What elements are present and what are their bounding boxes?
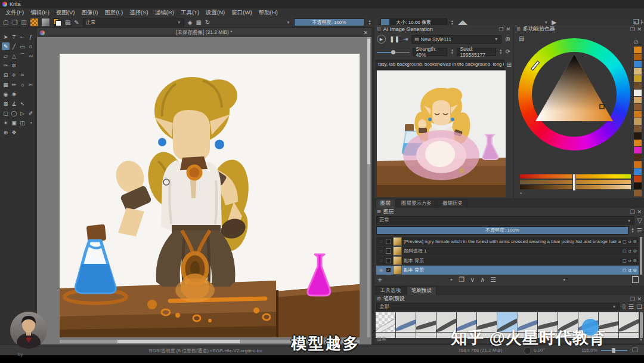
- history-swatch-3[interactable]: [634, 68, 642, 75]
- presets-float-icon[interactable]: ❐: [630, 296, 634, 302]
- layer-row-3[interactable]: ◉✓副本 背景◻α⊛: [376, 266, 639, 275]
- polygon-tool-icon[interactable]: ▱: [2, 52, 10, 60]
- bezier-curve-tool-icon[interactable]: ⌒: [18, 52, 26, 60]
- transform-tool-icon[interactable]: ⊡: [2, 71, 10, 79]
- blend-mode-dropdown[interactable]: 正常▼: [83, 19, 184, 26]
- opacity-slider[interactable]: 不透明度: 100%: [294, 19, 364, 26]
- reference-images-tool-icon[interactable]: ➴: [18, 100, 26, 107]
- move-layer-down-button[interactable]: ∨: [470, 276, 475, 283]
- canvas-hscrollbar-thumb[interactable]: [117, 340, 240, 343]
- layer-properties-button[interactable]: ☰: [490, 276, 496, 283]
- layer-list-options-icon[interactable]: ☰: [637, 227, 642, 233]
- measure-tool-icon[interactable]: ∡: [10, 100, 18, 107]
- generate-button[interactable]: ▶: [377, 35, 386, 44]
- open-document-icon[interactable]: ❐: [12, 19, 17, 26]
- pattern-tool-icon[interactable]: ☼: [18, 81, 26, 88]
- tab-layer-scheme[interactable]: 图层显示方案: [397, 199, 436, 208]
- layer-alpha-icon[interactable]: α: [628, 267, 631, 273]
- history-swatch-18[interactable]: [634, 176, 642, 182]
- size-spinner[interactable]: ▲▼: [451, 20, 454, 26]
- brush-preset-2[interactable]: [416, 312, 436, 332]
- canvas-close-icon[interactable]: ✕: [363, 30, 368, 36]
- freehand-select-tool-icon[interactable]: ✐: [27, 109, 35, 117]
- layer-properties-icon[interactable]: ⊛: [633, 258, 637, 263]
- color-float-icon[interactable]: ❐: [630, 26, 634, 32]
- preset-tag-dropdown[interactable]: 全部▼: [376, 303, 620, 310]
- prompt-input[interactable]: tasy, lab background, bookshelves in the…: [376, 60, 504, 70]
- text-tool-icon[interactable]: T: [10, 33, 18, 41]
- tab-layers[interactable]: 图层: [376, 199, 395, 208]
- layer-opacity-slider[interactable]: 不透明度: 100%: [376, 226, 628, 235]
- layer-lock-icon[interactable]: ◻: [623, 267, 627, 273]
- layer-alpha-icon[interactable]: α: [628, 239, 631, 244]
- brush-preset-r2-12[interactable]: [619, 333, 639, 338]
- add-prompt-icon[interactable]: ⊞: [507, 62, 512, 68]
- pause-button[interactable]: ❚❚: [389, 36, 400, 42]
- preset-list-icon[interactable]: ☰: [628, 304, 634, 310]
- ellipse-select-tool-icon[interactable]: ◯: [10, 109, 18, 117]
- pattern-chip[interactable]: [30, 19, 38, 26]
- menu-文件F[interactable]: 文件(F): [2, 8, 27, 17]
- history-swatch-1[interactable]: [634, 54, 642, 60]
- freehand-brush-tool-icon[interactable]: ✎: [2, 42, 10, 50]
- no-color-icon[interactable]: ∅: [634, 40, 639, 45]
- layers-close-icon[interactable]: ✕: [637, 209, 642, 215]
- randomize-seed-icon[interactable]: ⟳: [506, 49, 510, 55]
- menu-图层L[interactable]: 图层(L): [101, 8, 126, 17]
- style-dropdown[interactable]: ▤ New Style111▼: [411, 35, 501, 44]
- canvas[interactable]: [60, 54, 360, 337]
- menu-编辑E[interactable]: 编辑(E): [27, 8, 52, 17]
- brush-preset-1[interactable]: [396, 312, 416, 332]
- layer-row-0[interactable]: ◌[Preview] ngry female witch in the fore…: [376, 237, 639, 246]
- tab-undo-history[interactable]: 撤销历史: [438, 199, 467, 208]
- rect-select-tool-icon[interactable]: ▢: [2, 109, 10, 117]
- multibrush-tool-icon[interactable]: ✲: [10, 61, 18, 69]
- preset-detail-icon[interactable]: ❏: [637, 304, 642, 310]
- menu-工具T[interactable]: 工具(T): [178, 8, 202, 17]
- freehand-path-tool-icon[interactable]: ∾: [27, 52, 35, 60]
- brush-editor-icon[interactable]: ✎: [74, 19, 79, 26]
- history-swatch-13[interactable]: [634, 140, 642, 146]
- menu-选择S[interactable]: 选择(S): [126, 8, 151, 17]
- preset-view-icon[interactable]: ▯: [623, 304, 626, 310]
- crop-tool-icon[interactable]: ⌗: [18, 71, 26, 79]
- zoom-slider-handle[interactable]: [612, 348, 615, 353]
- layer-lock-icon[interactable]: ◻: [623, 248, 627, 254]
- seed-spinner[interactable]: ▲▼: [499, 49, 503, 55]
- layer-visibility-icon[interactable]: ◌: [378, 239, 384, 244]
- ai-close-icon[interactable]: ✕: [506, 26, 510, 32]
- history-swatch-8[interactable]: [634, 104, 642, 110]
- history-swatch-2[interactable]: [634, 61, 642, 67]
- add-layer-caret-icon[interactable]: ▼: [449, 278, 453, 282]
- strength-slider[interactable]: [377, 48, 410, 56]
- smart-patch-tool-icon[interactable]: ✂: [27, 81, 35, 88]
- move-layer-up-button[interactable]: ∧: [480, 276, 485, 283]
- layer-alpha-icon[interactable]: α: [628, 258, 631, 263]
- history-swatch-15[interactable]: [634, 154, 642, 161]
- new-document-icon[interactable]: ▢: [3, 19, 8, 26]
- dynamic-brush-tool-icon[interactable]: ✑: [2, 61, 10, 69]
- assistants-tool-icon[interactable]: ⊠: [2, 100, 10, 107]
- layer-properties-icon[interactable]: ⊛: [633, 248, 637, 254]
- size-slider[interactable]: 大小: 10.00 像素: [380, 19, 447, 26]
- layers-scrollbar[interactable]: [640, 237, 642, 275]
- add-layer-button[interactable]: ＋: [376, 276, 383, 283]
- menu-帮助H[interactable]: 帮助(H): [256, 8, 281, 17]
- ai-preview-image[interactable]: [377, 70, 506, 197]
- layer-row-1[interactable]: ◌颜料选择 1◻α⊛: [376, 247, 639, 256]
- menu-视图V[interactable]: 视图(V): [53, 8, 78, 17]
- delete-layer-button[interactable]: [632, 276, 639, 283]
- layer-visibility-icon[interactable]: ◌: [378, 258, 384, 263]
- color-history-toggle-icon[interactable]: ◔: [519, 191, 522, 196]
- opacity-spinner[interactable]: ▲▼: [368, 20, 371, 26]
- menu-窗口W[interactable]: 窗口(W): [228, 8, 255, 17]
- line-tool-icon[interactable]: ╱: [10, 42, 18, 50]
- layer-filter-funnel-icon[interactable]: ▽: [637, 217, 642, 224]
- history-swatch-16[interactable]: [634, 161, 642, 168]
- strength-spinner[interactable]: ▲▼: [450, 49, 454, 55]
- zoom-tool-icon[interactable]: ⊕: [2, 128, 10, 136]
- presets-scrollbar[interactable]: [640, 312, 643, 338]
- history-swatch-4[interactable]: [634, 75, 642, 82]
- ellipse-tool-icon[interactable]: ○: [27, 42, 35, 50]
- history-swatch-20[interactable]: [634, 190, 642, 196]
